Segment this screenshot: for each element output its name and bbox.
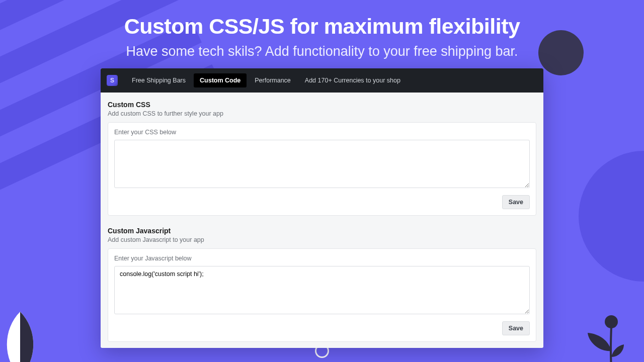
css-section-header: Custom CSS Add custom CSS to further sty…	[108, 101, 536, 117]
css-panel: Enter your CSS below Save	[108, 122, 536, 216]
bg-plant-shape	[564, 307, 624, 362]
app-logo-icon: S	[107, 75, 118, 86]
bg-leaf-shape	[0, 312, 50, 362]
js-panel-label: Enter your Javascript below	[114, 255, 530, 262]
navbar: S Free Shipping Bars Custom Code Perform…	[101, 68, 543, 93]
app-card: S Free Shipping Bars Custom Code Perform…	[101, 68, 543, 348]
hero-subtitle: Have some tech skils? Add functionality …	[0, 44, 644, 59]
hero-title: Custom CSS/JS for maximum flexibility	[0, 14, 644, 39]
css-input[interactable]	[114, 140, 530, 188]
js-panel: Enter your Javascript below Save	[108, 248, 536, 342]
css-panel-label: Enter your CSS below	[114, 129, 530, 136]
js-section-title: Custom Javascript	[108, 227, 536, 235]
svg-point-0	[605, 315, 618, 328]
js-save-button[interactable]: Save	[502, 321, 530, 335]
css-save-button[interactable]: Save	[502, 195, 530, 209]
js-input[interactable]	[114, 266, 530, 314]
css-section-title: Custom CSS	[108, 101, 536, 109]
nav-performance[interactable]: Performance	[249, 73, 297, 87]
js-section-header: Custom Javascript Add custom Javascript …	[108, 227, 536, 243]
nav-add-currencies[interactable]: Add 170+ Currencies to your shop	[299, 73, 407, 87]
nav-custom-code[interactable]: Custom Code	[194, 73, 247, 87]
js-section-desc: Add custom Javascript to your app	[108, 236, 536, 243]
css-section-desc: Add custom CSS to further style your app	[108, 110, 536, 117]
bg-circle-right	[579, 151, 644, 282]
hero: Custom CSS/JS for maximum flexibility Ha…	[0, 0, 644, 59]
app-body: Custom CSS Add custom CSS to further sty…	[101, 93, 543, 348]
nav-free-shipping-bars[interactable]: Free Shipping Bars	[126, 73, 192, 87]
